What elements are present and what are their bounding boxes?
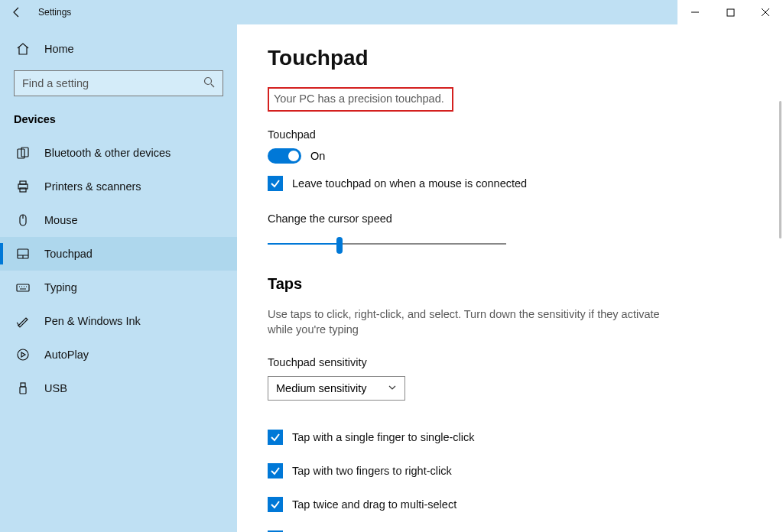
sidebar-section-label: Devices (0, 96, 237, 136)
sidebar-item-label: Printers & scanners (44, 180, 141, 193)
maximize-button[interactable] (713, 0, 748, 24)
home-nav[interactable]: Home (0, 32, 237, 66)
sidebar-item-autoplay[interactable]: AutoPlay (0, 338, 237, 371)
sidebar-item-usb[interactable]: USB (0, 371, 237, 405)
tap-two-finger-label: Tap with two fingers to right-click (292, 465, 452, 477)
sidebar-item-bluetooth[interactable]: Bluetooth & other devices (0, 136, 237, 170)
window-controls (677, 0, 783, 24)
leave-on-checkbox[interactable] (268, 176, 283, 191)
autoplay-icon (15, 347, 31, 362)
tap-single-click-label: Tap with a single finger to single-click (292, 431, 475, 443)
precision-touchpad-text: Your PC has a precision touchpad. (274, 92, 444, 105)
sidebar-item-label: USB (44, 382, 67, 394)
svg-rect-5 (20, 181, 26, 184)
svg-point-10 (18, 349, 28, 360)
sidebar-item-typing[interactable]: Typing (0, 271, 237, 304)
devices-icon (15, 145, 31, 161)
svg-rect-9 (17, 284, 29, 291)
taps-description: Use taps to click, right-click, and sele… (268, 307, 665, 338)
taps-heading: Taps (268, 275, 752, 293)
touchpad-toggle-state: On (310, 150, 325, 162)
window-title: Settings (38, 7, 71, 18)
sidebar-item-touchpad[interactable]: Touchpad (0, 237, 237, 271)
chevron-down-icon (388, 382, 397, 394)
keyboard-icon (15, 280, 31, 295)
svg-point-1 (205, 77, 212, 84)
usb-icon (15, 381, 31, 396)
pen-icon (15, 313, 31, 329)
leave-on-label: Leave touchpad on when a mouse is connec… (292, 177, 527, 190)
sidebar-item-mouse[interactable]: Mouse (0, 203, 237, 237)
search-input[interactable] (22, 77, 203, 89)
precision-touchpad-callout: Your PC has a precision touchpad. (268, 87, 453, 112)
mouse-icon (15, 212, 31, 228)
touchpad-toggle[interactable] (268, 148, 301, 164)
scrollbar[interactable] (772, 24, 783, 532)
tap-drag-label: Tap twice and drag to multi-select (292, 498, 456, 511)
svg-rect-0 (727, 9, 734, 16)
tap-single-click-checkbox[interactable] (268, 430, 283, 445)
sidebar-item-label: Typing (44, 281, 77, 294)
cursor-speed-label: Change the cursor speed (268, 212, 752, 225)
sidebar-item-label: Bluetooth & other devices (44, 147, 171, 159)
sensitivity-label: Touchpad sensitivity (268, 356, 752, 368)
sensitivity-value: Medium sensitivity (276, 382, 366, 394)
main-content: Touchpad Your PC has a precision touchpa… (237, 24, 783, 532)
home-icon (15, 41, 31, 57)
cursor-speed-slider[interactable] (268, 235, 506, 254)
sidebar-item-label: AutoPlay (44, 349, 89, 361)
sidebar: Home Devices Bluetooth & other de (0, 24, 237, 532)
close-button[interactable] (748, 0, 783, 24)
touchpad-toggle-label: Touchpad (268, 128, 752, 141)
svg-rect-12 (20, 387, 26, 394)
tap-drag-checkbox[interactable] (268, 497, 283, 512)
sidebar-item-label: Pen & Windows Ink (44, 315, 141, 327)
titlebar: Settings (0, 0, 783, 24)
svg-rect-11 (21, 383, 25, 387)
search-icon (203, 76, 215, 91)
page-title: Touchpad (268, 46, 752, 70)
touchpad-icon (15, 246, 31, 261)
sidebar-nav: Bluetooth & other devices Printers & sca… (0, 136, 237, 405)
tap-two-finger-checkbox[interactable] (268, 463, 283, 478)
home-label: Home (44, 43, 74, 55)
sidebar-item-label: Touchpad (44, 248, 93, 260)
printer-icon (15, 179, 31, 194)
settings-window: Settings Home (0, 0, 783, 532)
minimize-button[interactable] (677, 0, 713, 24)
sidebar-item-pen[interactable]: Pen & Windows Ink (0, 304, 237, 338)
sidebar-item-printers[interactable]: Printers & scanners (0, 170, 237, 203)
search-box[interactable] (14, 70, 223, 96)
back-button[interactable] (0, 0, 34, 24)
sensitivity-dropdown[interactable]: Medium sensitivity (268, 376, 405, 401)
sidebar-item-label: Mouse (44, 214, 78, 226)
